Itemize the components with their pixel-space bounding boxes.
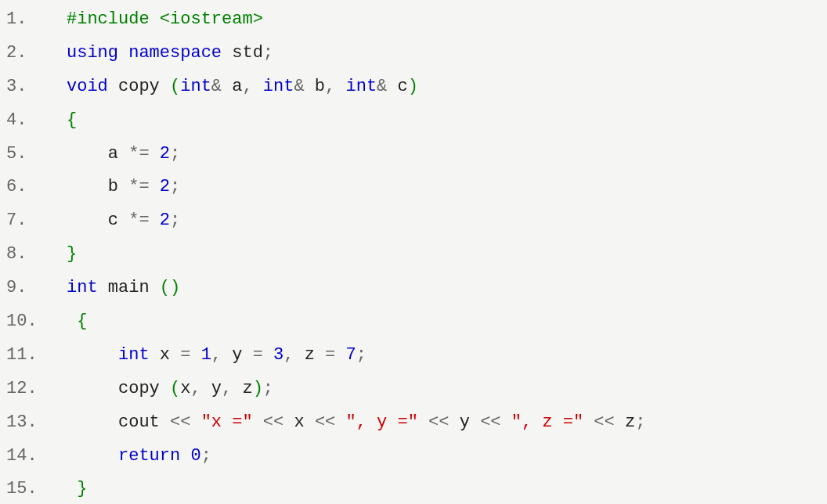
token: 2 [160, 144, 170, 164]
token: z [615, 412, 635, 432]
code-line: 10. { [0, 305, 827, 339]
token: ", z =" [511, 412, 583, 432]
token: main [98, 278, 160, 297]
token: = [253, 345, 263, 365]
token: b [67, 177, 128, 196]
token: , [190, 379, 200, 398]
token: , [242, 77, 252, 96]
token: a [67, 144, 128, 164]
token [335, 345, 345, 365]
token: { [77, 311, 87, 331]
line-number: 10. [0, 305, 67, 339]
token: << [315, 412, 335, 432]
token: ; [635, 412, 645, 432]
token: ", y =" [345, 412, 417, 432]
token: ; [263, 43, 273, 63]
line-number: 13. [0, 406, 67, 440]
token: << [428, 412, 449, 432]
code-line: 4.{ [0, 104, 827, 138]
code-line: 14. return 0; [0, 440, 827, 473]
code-content: #include <iostream> [67, 3, 827, 37]
token: a [222, 77, 242, 96]
token: ; [201, 446, 211, 466]
code-content: } [67, 473, 827, 504]
token: cout [67, 412, 170, 432]
code-line: 12. copy (x, y, z); [0, 373, 827, 406]
token: y [201, 379, 222, 398]
token: int [180, 77, 211, 96]
code-content: copy (x, y, z); [67, 373, 827, 406]
token: 0 [190, 446, 200, 466]
token [335, 77, 345, 96]
token: void [67, 77, 108, 96]
code-line: 11. int x = 1, y = 3, z = 7; [0, 339, 827, 373]
token [418, 412, 428, 432]
token: , [222, 379, 232, 398]
code-line: 7. c *= 2; [0, 204, 827, 238]
line-number: 4. [0, 104, 67, 138]
line-number: 7. [0, 204, 67, 238]
code-block: 1.#include <iostream>2.using namespace s… [0, 3, 827, 504]
token: b [305, 77, 325, 96]
token: 1 [201, 345, 211, 365]
token [190, 345, 200, 365]
token: } [77, 479, 87, 499]
token: & [211, 77, 222, 96]
token: { [67, 110, 77, 130]
line-number: 6. [0, 171, 67, 204]
token [150, 177, 160, 196]
token: x [283, 412, 315, 432]
token: << [480, 412, 500, 432]
line-number: 9. [0, 272, 67, 305]
token: } [67, 244, 77, 264]
code-content: return 0; [67, 440, 827, 473]
token: #include <iostream> [67, 9, 263, 29]
token [501, 412, 511, 432]
token [67, 446, 118, 466]
token [253, 77, 263, 96]
token [263, 345, 273, 365]
line-number: 5. [0, 138, 67, 171]
token: 2 [160, 177, 170, 196]
code-line: 5. a *= 2; [0, 138, 827, 171]
token: copy [108, 77, 170, 96]
line-number: 8. [0, 238, 67, 272]
token: y [450, 412, 481, 432]
code-line: 1.#include <iostream> [0, 3, 827, 37]
token: ( [170, 379, 180, 398]
code-content: { [67, 305, 827, 339]
token: , [325, 77, 335, 96]
code-line: 15. } [0, 473, 827, 504]
code-content: a *= 2; [67, 138, 827, 171]
code-content: void copy (int& a, int& b, int& c) [67, 70, 827, 104]
token: int [67, 278, 98, 297]
token: ) [253, 379, 263, 398]
token: = [325, 345, 335, 365]
token: return [118, 446, 180, 466]
code-content: int x = 1, y = 3, z = 7; [67, 339, 827, 373]
code-content: c *= 2; [67, 204, 827, 238]
token: z [232, 379, 252, 398]
code-content: using namespace std; [67, 37, 827, 70]
token: , [211, 345, 222, 365]
token: ; [170, 144, 180, 164]
token: *= [128, 144, 149, 164]
line-number: 3. [0, 70, 67, 104]
token: int [263, 77, 294, 96]
token: int [118, 345, 150, 365]
code-content: { [67, 104, 827, 138]
token: 2 [160, 211, 170, 230]
token: z [294, 345, 325, 365]
token: "x =" [201, 412, 253, 432]
token: *= [128, 177, 149, 196]
token: << [594, 412, 614, 432]
token: using [67, 43, 118, 63]
token [180, 446, 190, 466]
token: x [180, 379, 190, 398]
token [67, 311, 77, 331]
token [67, 479, 77, 499]
token: 7 [345, 345, 356, 365]
code-line: 3.void copy (int& a, int& b, int& c) [0, 70, 827, 104]
token: () [160, 278, 180, 297]
token: ; [356, 345, 367, 365]
